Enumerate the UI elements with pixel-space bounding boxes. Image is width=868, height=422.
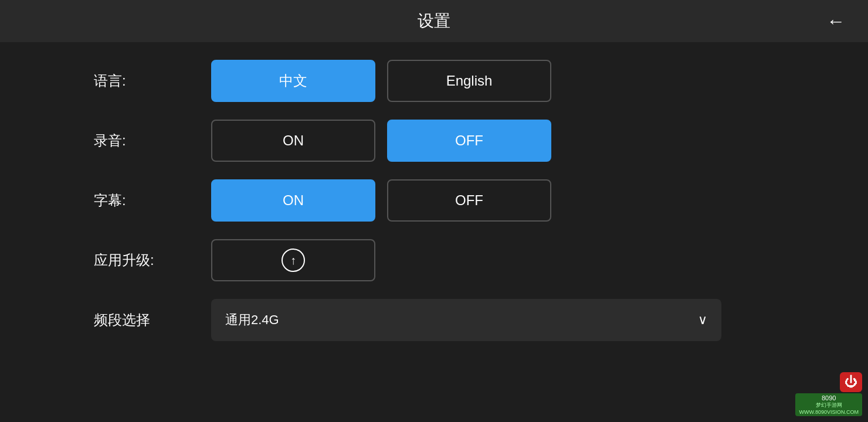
recording-label: 录音: (94, 131, 211, 150)
upgrade-row: 应用升级: ↑ (94, 239, 774, 281)
upgrade-button[interactable]: ↑ (211, 239, 375, 281)
upload-arrow-icon: ↑ (290, 254, 296, 266)
frequency-row: 频段选择 通用2.4G ∨ (94, 299, 774, 341)
upgrade-label: 应用升级: (94, 251, 211, 270)
subtitle-controls: ON OFF (211, 179, 551, 222)
watermark-site-badge: 8090 梦幻手游网 WWW.8090VISION.COM (795, 393, 862, 416)
upgrade-controls: ↑ (211, 239, 375, 281)
frequency-selected-value: 通用2.4G (225, 311, 279, 329)
frequency-dropdown[interactable]: 通用2.4G ∨ (211, 299, 721, 341)
language-chinese-button[interactable]: 中文 (211, 60, 375, 102)
page-title: 设置 (418, 10, 450, 32)
subtitle-row: 字幕: ON OFF (94, 179, 774, 222)
frequency-label: 频段选择 (94, 311, 211, 329)
recording-controls: ON OFF (211, 120, 551, 162)
language-row: 语言: 中文 English (94, 60, 774, 102)
language-controls: 中文 English (211, 60, 551, 102)
watermark-site-text: 8090 (799, 394, 859, 401)
subtitle-off-button[interactable]: OFF (387, 179, 551, 222)
header: 设置 ← (0, 0, 868, 42)
subtitle-on-button[interactable]: ON (211, 179, 375, 222)
recording-on-button[interactable]: ON (211, 120, 375, 162)
settings-panel: 语言: 中文 English 录音: ON OFF 字幕: ON OFF 应用升… (0, 42, 868, 376)
chevron-down-icon: ∨ (698, 312, 707, 328)
watermark-power-badge: ⏻ (840, 372, 862, 392)
watermark-url-text: WWW.8090VISION.COM (799, 409, 859, 415)
back-button[interactable]: ← (821, 6, 850, 36)
language-label: 语言: (94, 72, 211, 90)
upload-icon: ↑ (282, 249, 305, 272)
power-icon: ⏻ (845, 375, 857, 390)
watermark: ⏻ 8090 梦幻手游网 WWW.8090VISION.COM (795, 372, 862, 416)
subtitle-label: 字幕: (94, 191, 211, 210)
recording-off-button[interactable]: OFF (387, 120, 551, 162)
watermark-subsite-text: 梦幻手游网 (799, 401, 859, 409)
recording-row: 录音: ON OFF (94, 120, 774, 162)
language-english-button[interactable]: English (387, 60, 551, 102)
